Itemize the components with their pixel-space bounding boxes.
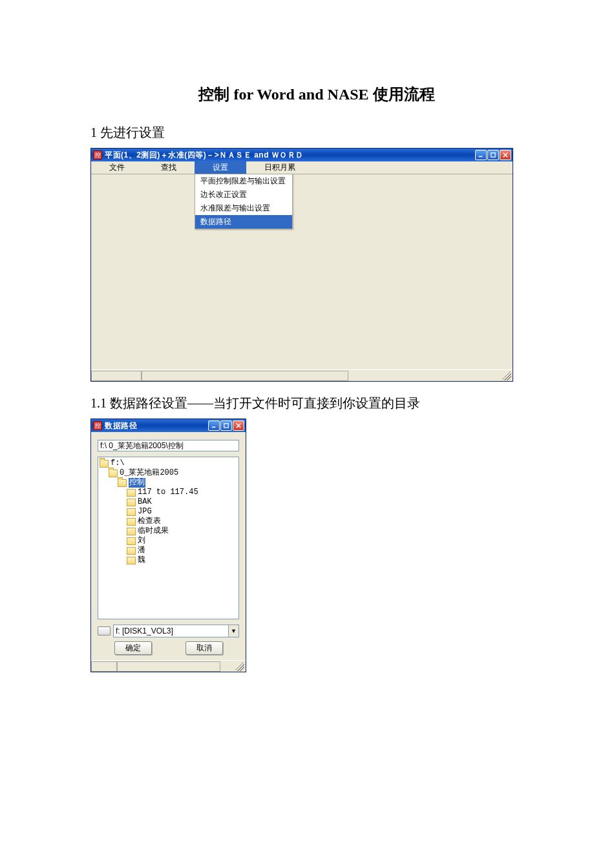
menu-settings-label: 设置 bbox=[213, 162, 228, 173]
app-client-area bbox=[91, 174, 513, 369]
tree-node[interactable]: 检查表 bbox=[100, 517, 238, 526]
folder-icon bbox=[127, 508, 136, 516]
tree-node[interactable]: JPG bbox=[100, 507, 238, 517]
path-input[interactable] bbox=[98, 440, 239, 451]
dialog-close-button[interactable] bbox=[233, 420, 244, 431]
ok-button[interactable]: 确定 bbox=[114, 641, 152, 655]
dialog-title: 数据路径 bbox=[105, 420, 208, 431]
dropdown-item-plane-limits[interactable]: 平面控制限差与输出设置 bbox=[195, 174, 292, 188]
data-path-dialog: 控 数据路径 f:\ 0_莱芜地籍2005 控制 117 to 117.45 B… bbox=[90, 418, 246, 672]
svg-rect-3 bbox=[224, 424, 228, 428]
dialog-body: f:\ 0_莱芜地籍2005 控制 117 to 117.45 BAK JPG … bbox=[91, 432, 246, 660]
folder-icon bbox=[127, 499, 136, 506]
folder-icon bbox=[127, 528, 136, 535]
resize-grip-icon[interactable] bbox=[502, 371, 511, 380]
menu-find[interactable]: 查找 bbox=[143, 161, 195, 174]
dropdown-item-data-path[interactable]: 数据路径 bbox=[195, 215, 292, 229]
statusbar-cell bbox=[91, 661, 117, 672]
folder-icon bbox=[127, 557, 136, 564]
dialog-maximize-button[interactable] bbox=[220, 420, 232, 431]
tree-node-selected[interactable]: 控制 bbox=[100, 478, 238, 488]
tree-node[interactable]: 117 to 117.45 bbox=[100, 488, 238, 497]
dialog-statusbar bbox=[91, 660, 246, 672]
menubar: 文件 查找 设置 平面控制限差与输出设置 边长改正设置 水准限差与输出设置 数据… bbox=[91, 161, 513, 174]
minimize-button[interactable] bbox=[475, 150, 487, 160]
close-button[interactable] bbox=[500, 150, 511, 160]
folder-tree[interactable]: f:\ 0_莱芜地籍2005 控制 117 to 117.45 BAK JPG … bbox=[98, 457, 239, 619]
section-1-heading: 1 先进行设置 bbox=[90, 124, 543, 141]
maximize-button[interactable] bbox=[487, 150, 499, 160]
statusbar-cell bbox=[91, 371, 142, 381]
menu-notes[interactable]: 日积月累 bbox=[246, 161, 313, 174]
dropdown-arrow-icon[interactable]: ▼ bbox=[228, 625, 238, 637]
dialog-titlebar[interactable]: 控 数据路径 bbox=[91, 419, 246, 432]
folder-icon bbox=[127, 537, 136, 545]
drive-row: f: [DISK1_VOL3] ▼ bbox=[98, 625, 239, 637]
folder-icon bbox=[127, 489, 136, 497]
menu-settings[interactable]: 设置 平面控制限差与输出设置 边长改正设置 水准限差与输出设置 数据路径 bbox=[195, 161, 246, 174]
app-window: 控 平面(1、2测回)＋水准(四等)－>ＮＡＳＥ and ＷＯＲＤ 文件 查找 … bbox=[90, 148, 513, 382]
menu-file[interactable]: 文件 bbox=[91, 161, 143, 174]
tree-node[interactable]: 临时成果 bbox=[100, 526, 238, 536]
tree-node[interactable]: 刘 bbox=[100, 536, 238, 546]
statusbar-cell bbox=[142, 371, 348, 381]
drive-folder-icon bbox=[100, 460, 109, 468]
statusbar bbox=[91, 369, 513, 381]
section-1-1-heading: 1.1 数据路径设置——当打开文件时可直接到你设置的目录 bbox=[90, 395, 543, 412]
drive-select-value: f: [DISK1_VOL3] bbox=[116, 626, 173, 636]
tree-node-drive[interactable]: f:\ bbox=[100, 459, 238, 468]
dropdown-item-level-limits[interactable]: 水准限差与输出设置 bbox=[195, 202, 292, 215]
svg-rect-1 bbox=[491, 153, 495, 157]
drive-select[interactable]: f: [DISK1_VOL3] ▼ bbox=[113, 625, 239, 637]
cancel-button[interactable]: 取消 bbox=[185, 641, 223, 655]
dialog-app-icon: 控 bbox=[93, 421, 102, 430]
folder-icon bbox=[127, 547, 136, 555]
svg-rect-0 bbox=[479, 156, 483, 158]
svg-rect-2 bbox=[212, 427, 216, 428]
app-icon: 控 bbox=[93, 150, 102, 160]
tree-node[interactable]: 潘 bbox=[100, 546, 238, 555]
open-folder-icon bbox=[118, 479, 127, 487]
dropdown-item-edge-correction[interactable]: 边长改正设置 bbox=[195, 188, 292, 202]
drive-icon bbox=[98, 626, 111, 636]
resize-grip-icon[interactable] bbox=[235, 662, 244, 671]
folder-icon bbox=[127, 518, 136, 526]
titlebar[interactable]: 控 平面(1、2测回)＋水准(四等)－>ＮＡＳＥ and ＷＯＲＤ bbox=[91, 149, 513, 161]
tree-node[interactable]: BAK bbox=[100, 497, 238, 507]
dialog-minimize-button[interactable] bbox=[208, 420, 220, 431]
statusbar-cell bbox=[117, 661, 220, 672]
open-folder-icon bbox=[109, 470, 118, 477]
tree-node[interactable]: 魏 bbox=[100, 555, 238, 565]
window-title: 平面(1、2测回)＋水准(四等)－>ＮＡＳＥ and ＷＯＲＤ bbox=[105, 150, 475, 161]
settings-dropdown: 平面控制限差与输出设置 边长改正设置 水准限差与输出设置 数据路径 bbox=[195, 174, 293, 229]
document-title: 控制 for Word and NASE 使用流程 bbox=[90, 84, 543, 105]
